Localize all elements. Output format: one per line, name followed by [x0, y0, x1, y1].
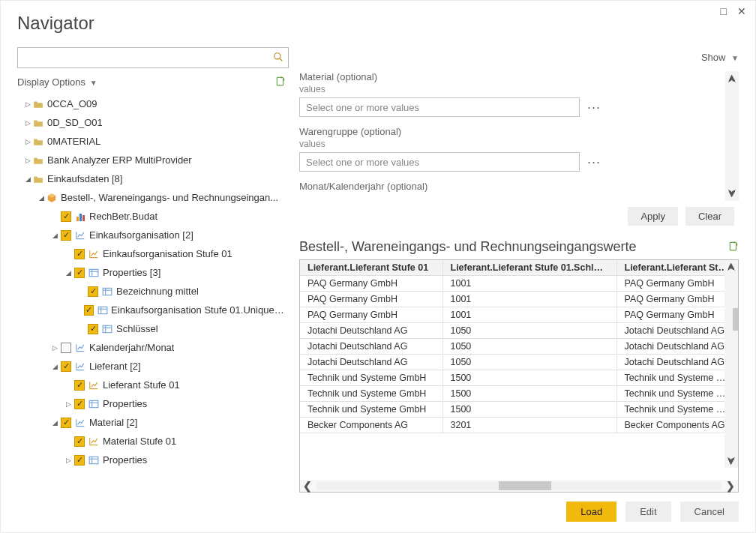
tree-item[interactable]: ▷0CCA_O09: [17, 94, 284, 113]
tree-item[interactable]: ◢Bestell-, Wareneingangs- und Rechnungse…: [17, 188, 284, 207]
chevron-down-icon[interactable]: ◢: [64, 269, 73, 277]
tree-item[interactable]: ◢✓Properties [3]: [17, 263, 284, 282]
table-row[interactable]: Technik und Systeme GmbH1500Technik und …: [300, 402, 738, 418]
chevron-right-icon[interactable]: ▷: [50, 344, 59, 352]
tree-item-label: Kalenderjahr/Monat: [89, 342, 174, 353]
checkbox[interactable]: ✓: [74, 380, 85, 391]
navigator-tree[interactable]: ▷0CCA_O09▷0D_SD_O01▷0MATERIAL▷Bank Analy…: [17, 94, 289, 522]
scroll-left-icon[interactable]: ❮: [303, 480, 312, 492]
tree-item[interactable]: ◢✓Material [2]: [17, 413, 284, 432]
table-row[interactable]: Technik und Systeme GmbH1500Technik und …: [300, 386, 738, 402]
tree-item[interactable]: ▷Bank Analyzer ERP MultiProvider: [17, 151, 284, 169]
refresh-icon[interactable]: [275, 76, 286, 88]
tree-item[interactable]: ◢✓Lieferant [2]: [17, 357, 284, 376]
table-row[interactable]: Jotachi Deutschland AG1050Jotachi Deutsc…: [300, 339, 738, 355]
checkbox[interactable]: ✓: [61, 361, 71, 372]
tree-item-label: Einkaufsdaten [8]: [47, 173, 122, 184]
tree-item[interactable]: ✓Schlüssel: [17, 319, 284, 338]
scroll-down-icon[interactable]: ⮟: [728, 186, 736, 201]
filter-block: Warengruppe (optional)values Select one …: [299, 126, 721, 172]
checkbox[interactable]: ✓: [84, 305, 94, 316]
dim-icon: [74, 342, 86, 354]
table-cell: Becker Components AG: [616, 418, 738, 433]
table-cell: Jotachi Deutschland AG: [300, 355, 442, 370]
search-icon[interactable]: [273, 52, 284, 64]
chevron-right-icon[interactable]: ▷: [23, 100, 32, 108]
load-button[interactable]: Load: [566, 502, 616, 522]
show-dropdown[interactable]: Show ▼: [701, 52, 739, 63]
checkbox[interactable]: ✓: [74, 268, 85, 278]
chevron-right-icon[interactable]: ▷: [23, 157, 32, 164]
scroll-right-icon[interactable]: ❯: [726, 480, 735, 492]
checkbox[interactable]: ✓: [88, 286, 98, 297]
checkbox[interactable]: ✓: [61, 211, 71, 222]
tree-item[interactable]: ◢✓Einkaufsorganisation [2]: [17, 226, 284, 244]
table-row[interactable]: Jotachi Deutschland AG1050Jotachi Deutsc…: [300, 355, 738, 370]
scroll-thumb[interactable]: [733, 308, 738, 331]
tree-item[interactable]: ◢Einkaufsdaten [8]: [17, 169, 284, 188]
chevron-right-icon[interactable]: ▷: [64, 400, 73, 408]
apply-button[interactable]: Apply: [628, 207, 678, 226]
tree-item[interactable]: ▷0MATERIAL: [17, 132, 284, 151]
filter-input[interactable]: Select one or more values: [299, 152, 580, 172]
filter-label: Warengruppe (optional): [299, 126, 721, 137]
table-row[interactable]: Jotachi Deutschland AG1050Jotachi Deutsc…: [300, 323, 738, 339]
chevron-down-icon[interactable]: ◢: [50, 232, 59, 239]
cube-icon: [46, 192, 58, 204]
scroll-thumb[interactable]: [499, 481, 551, 490]
table-cell: Becker Components AG: [300, 418, 442, 433]
filter-input[interactable]: Select one or more values: [299, 97, 580, 117]
checkbox[interactable]: ✓: [88, 324, 98, 334]
tree-item[interactable]: ✓Einkaufsorganisation Stufe 01: [17, 244, 284, 263]
chevron-right-icon[interactable]: ▷: [64, 457, 73, 464]
chevron-down-icon[interactable]: ◢: [50, 419, 59, 427]
scroll-down-icon[interactable]: ⮟: [727, 454, 736, 468]
scroll-up-icon[interactable]: ⮝: [727, 260, 736, 274]
chevron-right-icon[interactable]: ▷: [23, 119, 32, 127]
edit-button[interactable]: Edit: [626, 502, 670, 522]
preview-vscrollbar[interactable]: ⮝ ⮟: [724, 260, 738, 468]
clear-button[interactable]: Clear: [686, 207, 734, 226]
checkbox[interactable]: ✓: [61, 418, 71, 428]
table-row[interactable]: PAQ Germany GmbH1001PAQ Germany GmbH: [300, 292, 738, 307]
table-row[interactable]: PAQ Germany GmbH1001PAQ Germany GmbH: [300, 307, 738, 323]
table-row[interactable]: PAQ Germany GmbH1001PAQ Germany GmbH: [300, 276, 738, 292]
search-field[interactable]: [22, 52, 273, 64]
table-cell: Technik und Systeme Gm: [616, 386, 738, 402]
chevron-down-icon[interactable]: ◢: [50, 363, 59, 370]
filter-sublabel: values: [299, 84, 721, 94]
tree-item[interactable]: ✓Bezeichnung mittel: [17, 282, 284, 301]
display-options-dropdown[interactable]: Display Options ▼: [17, 76, 98, 88]
tree-item[interactable]: ✓Einkaufsorganisation Stufe 01.UniqueNa.…: [17, 301, 284, 319]
column-header[interactable]: Lieferant.Lieferant Stufe 01.: [616, 260, 738, 276]
preview-refresh-icon[interactable]: [728, 241, 739, 253]
tree-item[interactable]: ▷✓Properties: [17, 394, 284, 413]
chevron-down-icon[interactable]: ◢: [37, 194, 46, 202]
checkbox[interactable]: [61, 343, 71, 353]
checkbox[interactable]: ✓: [61, 230, 71, 241]
more-icon[interactable]: ···: [587, 104, 601, 111]
chevron-right-icon[interactable]: ▷: [23, 138, 32, 145]
tree-item[interactable]: ▷Kalenderjahr/Monat: [17, 338, 284, 357]
filters-scrollbar[interactable]: ⮝ ⮟: [725, 71, 739, 201]
table-row[interactable]: Technik und Systeme GmbH1500Technik und …: [300, 370, 738, 386]
checkbox[interactable]: ✓: [74, 249, 85, 259]
chevron-down-icon[interactable]: ◢: [23, 175, 32, 183]
scroll-up-icon[interactable]: ⮝: [728, 71, 736, 86]
checkbox[interactable]: ✓: [74, 399, 85, 409]
search-input[interactable]: [17, 47, 289, 68]
tree-item[interactable]: ▷✓Properties: [17, 451, 284, 469]
preview-hscrollbar[interactable]: ❮ ❯: [300, 480, 738, 492]
tree-item[interactable]: ✓Material Stufe 01: [17, 432, 284, 451]
tree-item[interactable]: ✓RechBetr.Budat: [17, 207, 284, 226]
more-icon[interactable]: ···: [587, 159, 601, 166]
tree-item[interactable]: ✓Lieferant Stufe 01: [17, 376, 284, 394]
checkbox[interactable]: ✓: [74, 455, 85, 466]
column-header[interactable]: Lieferant.Lieferant Stufe 01: [300, 260, 442, 276]
checkbox[interactable]: ✓: [74, 436, 85, 447]
table-row[interactable]: Becker Components AG3201Becker Component…: [300, 418, 738, 433]
tree-item[interactable]: ▷0D_SD_O01: [17, 113, 284, 132]
cancel-button[interactable]: Cancel: [680, 502, 739, 522]
column-header[interactable]: Lieferant.Lieferant Stufe 01.Schlüssel: [442, 260, 616, 276]
dimy-icon: [88, 248, 100, 260]
